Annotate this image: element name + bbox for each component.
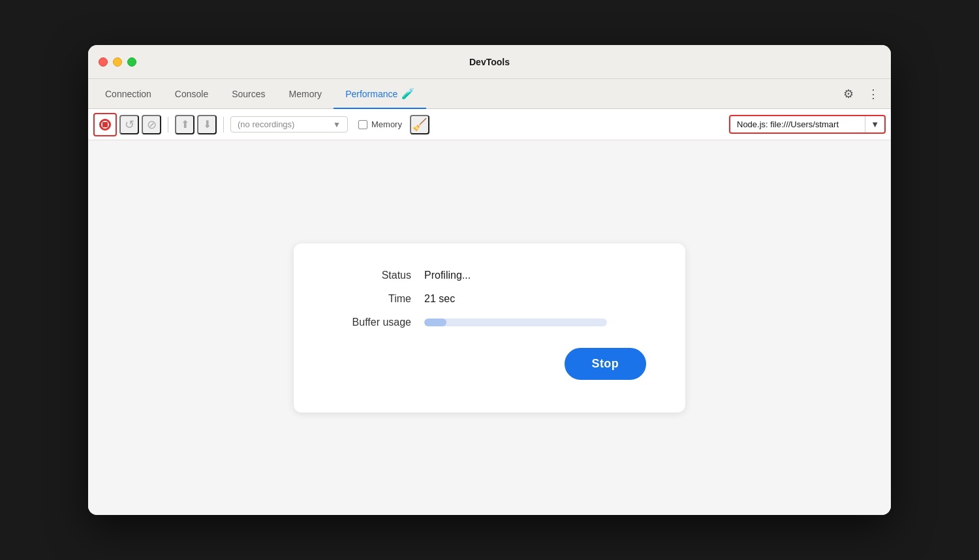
upload-button[interactable]: ⬆ — [175, 115, 194, 134]
tab-connection[interactable]: Connection — [93, 80, 163, 109]
buffer-bar-fill — [424, 319, 446, 326]
tab-performance[interactable]: Performance 🧪 — [334, 80, 426, 109]
memory-label: Memory — [371, 119, 402, 129]
tabbar-actions: ⚙ ⋮ — [839, 79, 886, 108]
stop-button[interactable]: Stop — [565, 348, 646, 380]
maximize-button[interactable] — [127, 57, 136, 67]
minimize-button[interactable] — [113, 57, 122, 67]
flask-icon: 🧪 — [401, 87, 414, 100]
reload-button[interactable]: ↺ — [119, 115, 139, 134]
main-content: Status Profiling... Time 21 sec Buffer u… — [88, 140, 891, 515]
buffer-bar-background — [424, 319, 607, 326]
status-value: Profiling... — [424, 270, 471, 281]
time-label: Time — [333, 293, 411, 305]
status-card: Status Profiling... Time 21 sec Buffer u… — [294, 243, 685, 412]
node-selector-text: Node.js: file:///Users/stmart — [730, 116, 865, 132]
record-circle-icon — [99, 119, 111, 131]
memory-clear-button[interactable]: 🧹 — [410, 115, 429, 134]
tab-sources[interactable]: Sources — [220, 80, 277, 109]
titlebar: DevTools — [88, 45, 891, 79]
status-row: Status Profiling... — [333, 270, 646, 281]
window-title: DevTools — [469, 57, 510, 67]
buffer-label: Buffer usage — [333, 317, 411, 328]
memory-checkbox[interactable] — [358, 120, 367, 129]
buffer-row: Buffer usage — [333, 317, 646, 328]
tab-memory[interactable]: Memory — [277, 80, 334, 109]
record-button[interactable] — [96, 116, 114, 134]
tabbar: Connection Console Sources Memory Perfor… — [88, 79, 891, 109]
download-button[interactable]: ⬇ — [197, 115, 217, 134]
devtools-window: DevTools Connection Console Sources Memo… — [88, 45, 891, 515]
recordings-text: (no recordings) — [238, 119, 329, 129]
recordings-select[interactable]: (no recordings) ▼ — [230, 116, 348, 132]
record-button-wrapper — [93, 113, 117, 136]
time-value: 21 sec — [424, 293, 455, 305]
node-selector[interactable]: Node.js: file:///Users/stmart ▼ — [729, 115, 886, 134]
toolbar-divider-2 — [223, 117, 224, 132]
node-selector-chevron-icon: ▼ — [865, 116, 884, 132]
settings-button[interactable]: ⚙ — [839, 84, 858, 104]
close-button[interactable] — [99, 57, 108, 67]
toolbar-divider-1 — [168, 117, 168, 132]
time-row: Time 21 sec — [333, 293, 646, 305]
more-button[interactable]: ⋮ — [863, 84, 883, 104]
clear-button[interactable]: ⊘ — [142, 115, 161, 134]
titlebar-controls — [99, 57, 136, 67]
record-square-icon — [102, 122, 108, 127]
status-label: Status — [333, 270, 411, 281]
tab-console[interactable]: Console — [163, 80, 220, 109]
toolbar: ↺ ⊘ ⬆ ⬇ (no recordings) ▼ Memory 🧹 Node.… — [88, 109, 891, 140]
memory-checkbox-group: Memory — [358, 119, 402, 129]
recordings-chevron-icon: ▼ — [333, 120, 341, 129]
stop-button-row: Stop — [333, 348, 646, 380]
